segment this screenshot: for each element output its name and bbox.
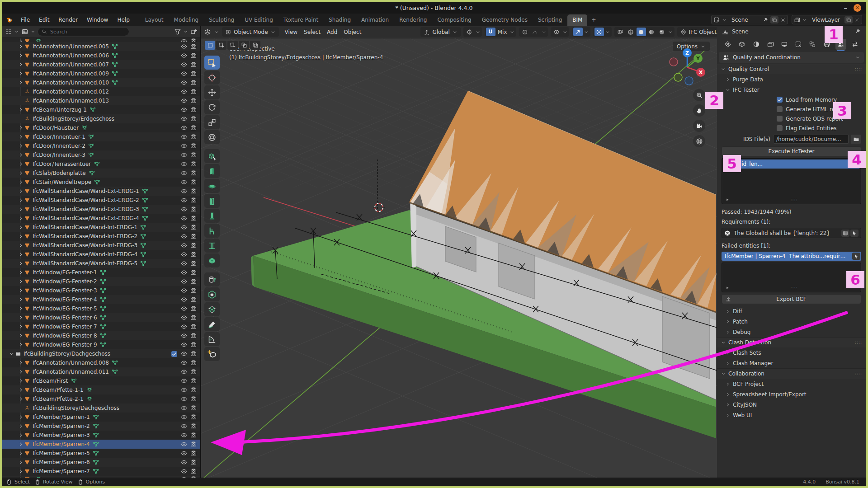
eye-icon[interactable] — [181, 116, 187, 122]
eye-icon[interactable] — [181, 405, 187, 411]
cam-icon[interactable] — [190, 89, 197, 95]
eye-icon[interactable] — [181, 161, 187, 167]
section-clash-detection[interactable]: Clash Detection :::: — [717, 337, 866, 347]
outliner-row-ifcwindow-eg-fenster-5[interactable]: IfcWindow/EG-Fenster-5 — [2, 304, 200, 313]
outliner-row-ifcmember-sparren-5[interactable]: IfcMember/Sparren-5 — [2, 449, 200, 458]
ids-file-field[interactable]: /home/cudok/Docume... — [773, 135, 849, 144]
export-bcf-button[interactable]: Export BCF — [722, 294, 861, 304]
properties-tab-nodes[interactable] — [807, 39, 818, 50]
eye-icon[interactable] — [181, 441, 187, 447]
outliner-row-ifcbuildingstorey-erdgeschoss[interactable]: IfcBuildingStorey/Erdgeschoss — [2, 114, 200, 123]
ortho-grid-button[interactable] — [693, 135, 705, 147]
outliner-row-ifcwindow-eg-fenster-3[interactable]: IfcWindow/EG-Fenster-3 — [2, 286, 200, 295]
eye-icon[interactable] — [181, 459, 187, 465]
tab-compositing[interactable]: Compositing — [432, 14, 476, 26]
expander-icon[interactable] — [18, 215, 24, 221]
gizmo-y-negative[interactable] — [674, 73, 682, 81]
expand-play-icon[interactable] — [725, 285, 730, 291]
expander-icon[interactable] — [18, 396, 24, 402]
section-collaboration[interactable]: Collaboration :::: — [717, 368, 866, 379]
expander-icon[interactable] — [18, 269, 24, 276]
close-button[interactable]: ✕ — [854, 4, 861, 12]
checkbox-box[interactable] — [777, 97, 783, 103]
eye-icon[interactable] — [181, 324, 187, 330]
outliner-row-ifcmember-sparren-3[interactable]: IfcMember/Sparren-3 — [2, 431, 200, 440]
cam-icon[interactable] — [190, 269, 197, 276]
outliner-row-ifcwindow-eg-fenster-1[interactable]: IfcWindow/EG-Fenster-1 — [2, 268, 200, 277]
eye-icon[interactable] — [181, 387, 187, 393]
expander-icon[interactable] — [18, 179, 24, 185]
cam-icon[interactable] — [190, 251, 197, 258]
cam-icon[interactable] — [190, 351, 197, 357]
subpanel-purge-data[interactable]: Purge Data — [717, 74, 866, 84]
tab-animation[interactable]: Animation — [356, 14, 394, 26]
outliner-row-ifcmember-sparren-2[interactable]: IfcMember/Sparren-2 — [2, 422, 200, 431]
mode-dropdown[interactable]: Object Mode — [222, 27, 279, 37]
expander-icon[interactable] — [18, 152, 24, 158]
cam-icon[interactable] — [190, 125, 197, 131]
drag-grip[interactable]: :::: — [790, 286, 797, 290]
tab-sculpting[interactable]: Sculpting — [204, 14, 239, 26]
tab-geometry-nodes[interactable]: Geometry Nodes — [477, 14, 533, 26]
scene-name[interactable]: Scene — [729, 17, 761, 23]
visibility-dropdown[interactable] — [551, 27, 569, 37]
proportional-edit[interactable] — [519, 27, 548, 37]
cam-icon[interactable] — [190, 324, 197, 330]
select-mode-subtract[interactable] — [227, 41, 238, 50]
duplicate-viewlayer-button[interactable] — [844, 16, 853, 23]
add-workspace-button[interactable]: + — [588, 14, 599, 26]
properties-tab-diamond[interactable] — [722, 39, 733, 50]
tool-cursor[interactable] — [204, 70, 220, 84]
eye-icon[interactable] — [181, 134, 187, 140]
outliner-row-ifcmember-sparren-4[interactable]: IfcMember/Sparren-4 — [2, 440, 200, 449]
solid-shading-icon[interactable] — [638, 29, 644, 35]
outliner-row-ifcbeam-pfette-2-1[interactable]: IfcBeam/Pfette-2-1 — [2, 394, 200, 404]
blender-logo-icon[interactable] — [6, 16, 13, 23]
cam-icon[interactable] — [190, 305, 197, 312]
outliner-row-ifcdoor-terrassentuer[interactable]: IfcDoor/Terrassentuer — [2, 160, 200, 169]
browse-folder-button[interactable] — [851, 135, 861, 144]
outliner-row-ifcannotation-unnamed-010[interactable]: IfcAnnotation/Unnamed.010 — [2, 78, 200, 87]
outliner-row-ifcslab-bodenplatte[interactable]: IfcSlab/Bodenplatte — [2, 169, 200, 178]
expand-play-icon[interactable] — [725, 197, 730, 202]
eye-icon[interactable] — [181, 369, 187, 375]
subpanel-cityjson[interactable]: CityJSON — [717, 399, 866, 410]
outliner-row-ifcwindow-eg-fenster-2[interactable]: IfcWindow/EG-Fenster-2 — [2, 277, 200, 286]
viewport-editor-icon[interactable] — [204, 28, 211, 36]
menu-window[interactable]: Window — [83, 15, 112, 24]
menu-file[interactable]: File — [17, 15, 34, 24]
outliner-row-ifcwallstandardcase-wand-ext-erdg-4[interactable]: IfcWallStandardCase/Wand-Ext-ERDG-4 — [2, 214, 200, 223]
eye-icon[interactable] — [181, 170, 187, 176]
eye-icon[interactable] — [181, 43, 187, 50]
chevron-down-icon[interactable] — [14, 29, 19, 34]
eye-icon[interactable] — [181, 432, 187, 438]
eye-icon[interactable] — [181, 224, 187, 230]
cam-icon[interactable] — [190, 459, 197, 465]
overlays-toggle[interactable] — [593, 27, 612, 37]
outliner-row-ifcwallstandardcase-wand-int-erdg-2[interactable]: IfcWallStandardCase/Wand-Int-ERDG-2 — [2, 232, 200, 241]
eye-icon[interactable] — [181, 269, 187, 276]
outliner-row-ifcannotation-unnamed-011[interactable]: IfcAnnotation/Unnamed.011 — [2, 367, 200, 376]
expander-icon[interactable] — [18, 134, 24, 140]
cam-icon[interactable] — [190, 224, 197, 230]
expander-icon[interactable] — [18, 342, 24, 348]
cam-icon[interactable] — [190, 70, 197, 77]
cam-icon[interactable] — [190, 134, 197, 140]
expander-icon[interactable] — [18, 206, 24, 212]
outliner-row-ifcwindow-eg-fenster-4[interactable]: IfcWindow/EG-Fenster-4 — [2, 295, 200, 304]
expander-icon[interactable] — [18, 89, 24, 95]
cam-icon[interactable] — [190, 206, 197, 212]
search-input[interactable] — [49, 28, 125, 35]
eye-icon[interactable] — [181, 179, 187, 185]
eye-icon[interactable] — [181, 314, 187, 321]
expander-icon[interactable] — [18, 52, 24, 59]
tool-bim-furniture[interactable] — [204, 224, 220, 238]
eye-icon[interactable] — [181, 107, 187, 113]
cam-icon[interactable] — [190, 396, 197, 402]
expander-icon[interactable] — [18, 432, 24, 438]
expander-icon[interactable] — [18, 242, 24, 249]
cam-icon[interactable] — [190, 287, 197, 294]
chevron-down-icon[interactable] — [183, 29, 189, 34]
pin-icon[interactable] — [855, 28, 861, 35]
outliner-editor-icon[interactable] — [5, 28, 12, 35]
